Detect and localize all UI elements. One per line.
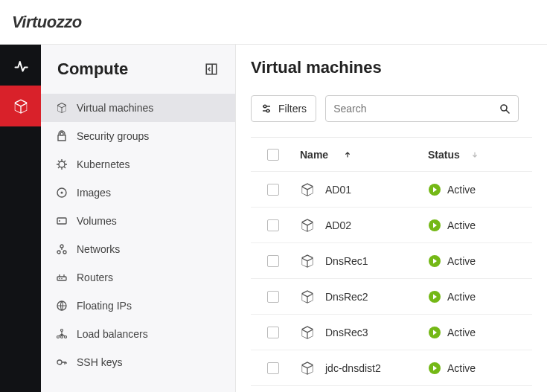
content: Virtual machines Filters Name: [236, 44, 547, 392]
header-status[interactable]: Status: [428, 149, 532, 161]
row-checkbox-cell: [251, 291, 295, 303]
row-checkbox[interactable]: [267, 255, 279, 267]
status-label: Active: [447, 219, 476, 231]
sort-icon: [470, 150, 479, 159]
globe-icon: [56, 300, 68, 312]
topbar: Virtuozzo: [0, 0, 547, 45]
sidebar-item-load-balancers[interactable]: Load balancers: [41, 320, 235, 348]
row-status-cell: Active: [428, 254, 532, 268]
sidebar-item-images[interactable]: Images: [41, 179, 235, 207]
search-wrap: [325, 95, 519, 122]
row-checkbox[interactable]: [267, 362, 279, 374]
status-active-icon: [428, 183, 441, 196]
table-row[interactable]: AD01Active: [251, 172, 532, 208]
status-label: Active: [447, 327, 476, 338]
sidebar-item-networks[interactable]: Networks: [41, 235, 235, 263]
cube-icon: [300, 218, 315, 233]
table-row[interactable]: AD02Active: [251, 208, 532, 243]
status-active-icon: [428, 290, 441, 303]
sidebar-item-label: Virtual machines: [77, 102, 153, 114]
sidebar-title: Compute: [57, 60, 128, 79]
sidebar-item-ssh-keys[interactable]: SSH keys: [41, 348, 235, 376]
header-name[interactable]: Name: [295, 149, 428, 161]
collapse-sidebar-button[interactable]: [202, 60, 220, 78]
table-row[interactable]: DnsRec2Active: [251, 279, 532, 315]
status-active-icon: [428, 326, 441, 339]
sidebar-item-security-groups[interactable]: Security groups: [41, 122, 235, 150]
sidebar-item-kubernetes[interactable]: Kubernetes: [41, 150, 235, 179]
row-checkbox-cell: [251, 362, 295, 374]
row-name-cell: DnsRec1: [295, 254, 428, 269]
page-title: Virtual machines: [251, 58, 532, 77]
cube-icon: [300, 182, 315, 197]
sidebar-item-label: Security groups: [77, 130, 149, 142]
select-all-checkbox[interactable]: [267, 149, 279, 161]
search-input[interactable]: [333, 103, 499, 115]
status-label: Active: [447, 362, 476, 374]
sidebar-item-virtual-machines[interactable]: Virtual machines: [41, 94, 235, 122]
row-name-cell: DnsRec3: [295, 325, 428, 340]
row-name-cell: AD02: [295, 218, 428, 233]
sidebar-item-label: Kubernetes: [77, 158, 130, 170]
vm-name: DnsRec3: [325, 327, 368, 338]
filters-label: Filters: [278, 103, 307, 115]
status-label: Active: [447, 184, 476, 196]
row-status-cell: Active: [428, 219, 532, 232]
row-checkbox[interactable]: [267, 291, 279, 303]
table-row[interactable]: DnsRec3Active: [251, 315, 532, 350]
status-active-icon: [428, 254, 441, 268]
cube-icon: [13, 98, 29, 115]
sidebar-item-label: Networks: [77, 243, 120, 255]
cube-icon: [300, 289, 315, 304]
search-icon: [499, 103, 511, 115]
table-body: AD01ActiveAD02ActiveDnsRec1ActiveDnsRec2…: [251, 172, 532, 386]
col-name-label: Name: [300, 149, 328, 161]
sidebar: Compute Virtual machinesSecurity groupsK…: [41, 45, 236, 392]
row-name-cell: jdc-dnsdist2: [295, 361, 428, 376]
table-row[interactable]: jdc-dnsdist2Active: [251, 350, 532, 386]
vm-name: DnsRec1: [325, 255, 368, 267]
row-checkbox-cell: [251, 327, 295, 338]
vm-name: jdc-dnsdist2: [325, 362, 381, 374]
net-icon: [56, 243, 68, 255]
nav-list: Virtual machinesSecurity groupsKubernete…: [41, 94, 235, 376]
rail-compute[interactable]: [0, 86, 41, 126]
row-name-cell: AD01: [295, 182, 428, 197]
table-row[interactable]: DnsRec1Active: [251, 243, 532, 279]
row-checkbox[interactable]: [267, 327, 279, 338]
key-icon: [56, 356, 68, 368]
sidebar-item-routers[interactable]: Routers: [41, 263, 235, 292]
brand-logo: Virtuozzo: [12, 13, 82, 32]
hdd-icon: [56, 215, 68, 227]
vm-name: DnsRec2: [325, 291, 368, 303]
cube-icon: [56, 102, 68, 114]
row-checkbox-cell: [251, 184, 295, 196]
sidebar-item-label: Floating IPs: [77, 300, 132, 312]
sort-asc-icon: [343, 150, 352, 159]
filters-button[interactable]: Filters: [251, 95, 316, 122]
rail-monitoring[interactable]: [0, 45, 41, 86]
main: Compute Virtual machinesSecurity groupsK…: [0, 45, 547, 392]
row-status-cell: Active: [428, 183, 532, 196]
sidebar-item-floating-ips[interactable]: Floating IPs: [41, 292, 235, 320]
nav-rail: [0, 45, 41, 392]
sidebar-item-label: SSH keys: [77, 356, 122, 368]
sidebar-item-volumes[interactable]: Volumes: [41, 207, 235, 235]
row-checkbox-cell: [251, 255, 295, 267]
status-active-icon: [428, 362, 441, 375]
cube-icon: [300, 361, 315, 376]
status-active-icon: [428, 219, 441, 232]
activity-icon: [13, 58, 28, 73]
cube-icon: [300, 254, 315, 269]
row-checkbox[interactable]: [267, 184, 279, 196]
row-checkbox[interactable]: [267, 219, 279, 231]
sidebar-item-label: Routers: [77, 271, 113, 283]
vm-name: AD02: [325, 219, 351, 231]
disc-icon: [56, 187, 68, 199]
sidebar-header: Compute: [41, 45, 235, 94]
status-label: Active: [447, 255, 476, 267]
toolbar: Filters: [251, 95, 532, 122]
brand-text: Virtuozzo: [12, 13, 82, 32]
row-name-cell: DnsRec2: [295, 289, 428, 304]
vm-table: Name Status AD01ActiveAD02ActiveDnsRec1A…: [251, 137, 532, 386]
